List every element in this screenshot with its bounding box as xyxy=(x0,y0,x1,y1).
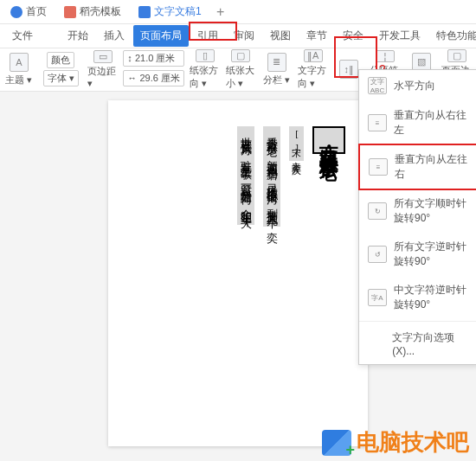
text-direction-dropdown: 文字ABC 水平方向 ≡ 垂直方向从右往左 ≡ 垂直方向从左往右 ↻ 所有文字顺… xyxy=(358,69,476,365)
dd-more-options[interactable]: 文字方向选项(X)... xyxy=(359,323,476,364)
orientation-button[interactable]: ▯ 纸张方向 ▾ xyxy=(190,50,221,88)
tab-home[interactable]: 首页 xyxy=(3,2,54,22)
columns-button[interactable]: ≣ 分栏 ▾ xyxy=(261,50,293,88)
theme-icon: A xyxy=(10,53,29,72)
paper-size-label: 纸张大小 ▾ xyxy=(226,64,257,90)
dd-label-2: 垂直方向从左往右 xyxy=(395,152,469,182)
font-selector[interactable]: 字体 ▾ xyxy=(43,70,79,86)
menu-security[interactable]: 安全 xyxy=(336,25,370,47)
dd-label-3: 所有文字顺时针旋转90° xyxy=(394,196,470,226)
menu-insert[interactable]: 插入 xyxy=(97,25,132,47)
dd-label-4: 所有文字逆时针旋转90° xyxy=(394,240,470,269)
dd-label-5: 中文字符逆时针旋转90° xyxy=(394,283,470,312)
paper-size-button[interactable]: ▢ 纸张大小 ▾ xyxy=(226,50,257,88)
title-bar: 首页 稻壳模板 文字文稿1 + xyxy=(0,0,476,24)
margins-button[interactable]: ▭ 页边距 ▾ xyxy=(87,50,119,88)
dd-icon-rotate-cw: ↻ xyxy=(368,202,387,220)
tab-document[interactable]: 文字文稿1 xyxy=(132,2,209,22)
dropdown-separator xyxy=(359,321,476,322)
line-numbers-icon: ↕‖ xyxy=(339,60,358,79)
page-border-icon: ▢ xyxy=(447,49,466,62)
doc-author: [宋]辛弃疾 xyxy=(289,126,304,161)
dd-icon-vertical-ltr: ≡ xyxy=(369,158,388,176)
doc-title: 西江月・秀骨青松不老 xyxy=(312,126,345,154)
doc-line-1: 秀骨青松不老，新词玉佩相磨。灵槎准拟泛银河。剩摘天星几个。奕 xyxy=(263,126,280,227)
dd-icon-horizontal: 文字ABC xyxy=(368,77,387,94)
menu-start[interactable]: 开始 xyxy=(61,25,95,47)
columns-icon: ≣ xyxy=(267,53,286,72)
dd-horizontal[interactable]: 文字ABC 水平方向 xyxy=(359,70,476,101)
breaks-icon: ¦ xyxy=(376,50,395,62)
dd-rotate-ccw[interactable]: ↺ 所有文字逆时针旋转90° xyxy=(359,233,476,276)
text-direction-button[interactable]: ‖A 文字方向 ▾ xyxy=(298,50,329,88)
menu-page-layout[interactable]: 页面布局 xyxy=(133,25,189,47)
orientation-label: 纸张方向 ▾ xyxy=(190,64,221,90)
watermark-icon xyxy=(322,430,351,456)
orientation-icon: ▯ xyxy=(196,49,215,62)
doc-icon xyxy=(138,6,151,18)
watermark-text: 电脑技术吧 xyxy=(357,427,469,458)
page: 西江月・秀骨青松不老 [宋]辛弃疾 秀骨青松不老，新词玉佩相磨。灵槎准拟泛银河。… xyxy=(108,100,368,446)
text-direction-icon: ‖A xyxy=(304,49,323,62)
text-direction-label: 文字方向 ▾ xyxy=(298,64,329,90)
tab-home-label: 首页 xyxy=(26,4,47,19)
dd-vertical-ltr[interactable]: ≡ 垂直方向从左往右 xyxy=(358,144,476,190)
theme-label: 主题 ▾ xyxy=(5,74,32,86)
theme-button[interactable]: A 主题 ▾ xyxy=(3,50,35,88)
margins-icon: ▭ xyxy=(93,50,113,63)
dd-label-1: 垂直方向从右往左 xyxy=(394,108,470,138)
menu-chapter[interactable]: 章节 xyxy=(299,25,334,47)
menu-review[interactable]: 审阅 xyxy=(227,25,261,47)
menu-reference[interactable]: 引用 xyxy=(190,25,225,47)
new-tab-button[interactable]: + xyxy=(212,3,229,21)
color-selector[interactable]: 颜色 xyxy=(47,52,74,68)
watermark: 电脑技术吧 xyxy=(322,427,469,458)
menu-dev[interactable]: 开发工具 xyxy=(372,25,428,47)
page-width-field[interactable]: ↕ 21.0 厘米 xyxy=(123,50,184,67)
columns-label: 分栏 ▾ xyxy=(263,74,290,86)
menu-view[interactable]: 视图 xyxy=(263,25,298,47)
margins-label: 页边距 ▾ xyxy=(87,65,119,89)
dd-chinese-ccw[interactable]: 字A 中文字符逆时针旋转90° xyxy=(359,276,476,319)
dd-icon-chinese-ccw: 字A xyxy=(368,289,387,306)
plus-icon: + xyxy=(216,4,224,20)
home-icon xyxy=(10,6,23,18)
tab-template[interactable]: 稻壳模板 xyxy=(57,2,128,22)
paper-size-icon: ▢ xyxy=(231,49,250,62)
page-height-field[interactable]: ↔ 29.6 厘米 xyxy=(123,70,184,86)
dd-more-label: 文字方向选项(X)... xyxy=(392,330,470,357)
menu-file[interactable]: 文件 xyxy=(5,25,40,47)
tab-template-label: 稻壳模板 xyxy=(80,4,121,19)
dd-icon-vertical-rtl: ≡ xyxy=(368,114,387,131)
doc-line-2: 世枕楼东风月，驻春亭上笙歌。留君一醉意如何。金印明年斗大。 xyxy=(237,126,254,225)
dd-icon-rotate-ccw: ↺ xyxy=(368,246,387,263)
menu-special[interactable]: 特色功能 xyxy=(429,25,476,47)
dd-rotate-cw[interactable]: ↻ 所有文字顺时针旋转90° xyxy=(359,189,476,233)
menu-bar: 文件 开始 插入 页面布局 引用 审阅 视图 章节 安全 开发工具 特色功能 查… xyxy=(0,24,476,48)
tab-document-label: 文字文稿1 xyxy=(154,4,202,19)
dd-label-0: 水平方向 xyxy=(394,79,435,93)
template-icon xyxy=(64,6,76,18)
dd-vertical-rtl[interactable]: ≡ 垂直方向从右往左 xyxy=(359,101,476,144)
